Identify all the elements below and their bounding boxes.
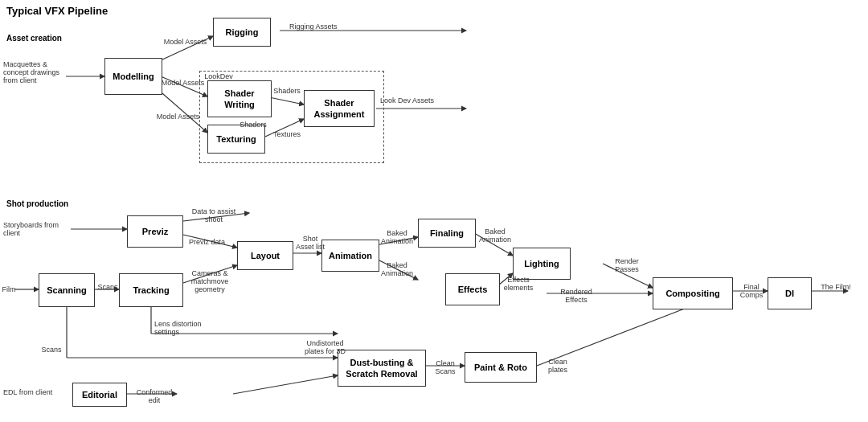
label-textures: Textures [272, 130, 302, 138]
label-baked-anim3: Baked Animation [478, 227, 512, 244]
label-storyboards: Storyboards from client [3, 221, 69, 237]
label-look-dev-assets: Look Dev Assets [380, 96, 444, 104]
label-data-to-assist: Data to assist shoot [186, 207, 241, 223]
diagram-container: Typical VFX Pipeline Asset creation Shot… [0, 0, 868, 422]
box-shader-writing: Shader Writing [207, 80, 272, 117]
label-shaders1: Shaders [272, 87, 302, 95]
label-final-comps: Final Comps [735, 283, 768, 299]
label-macquettes: Macquettes & concept drawings from clien… [3, 60, 66, 84]
box-animation: Animation [321, 240, 379, 272]
label-lens-distortion: Lens distortion settings [154, 320, 212, 336]
label-model-assets1: Model Assets [163, 38, 207, 46]
box-texturing: Texturing [207, 125, 265, 154]
label-shot-asset-list: Shot Asset list [295, 235, 326, 251]
box-layout: Layout [237, 241, 293, 270]
section-shot-production: Shot production [6, 199, 68, 208]
box-finaling: Finaling [418, 219, 476, 248]
box-di: DI [768, 277, 812, 309]
box-compositing: Compositing [653, 277, 733, 309]
box-tracking: Tracking [119, 273, 183, 307]
label-baked-anim2: Baked Animation [378, 261, 416, 277]
svg-line-28 [537, 305, 693, 366]
label-cameras: Cameras & matchmove geometry [185, 269, 235, 293]
label-render-passes: Render Passes [608, 257, 646, 273]
box-paint-roto: Paint & Roto [465, 352, 537, 383]
box-lighting: Lighting [513, 248, 571, 280]
label-model-assets3: Model Assets [156, 113, 200, 121]
box-scanning: Scanning [39, 273, 95, 307]
label-film: Film [2, 285, 16, 293]
label-scans2: Scans [40, 346, 63, 354]
label-shaders2: Shaders [238, 121, 268, 129]
label-model-assets2: Model Assets [161, 79, 205, 87]
label-scans: Scans [96, 283, 119, 291]
label-rendered-effects: Rendered Effects [553, 288, 600, 304]
box-editorial: Editorial [72, 383, 127, 407]
label-clean-plates: Clean plates [538, 358, 577, 374]
label-edl-from-client: EDL from client [3, 388, 68, 396]
label-the-film: The Film! [816, 283, 856, 291]
label-conformed-edit: Conformed edit [131, 388, 178, 404]
label-rigging-assets: Rigging Assets [289, 23, 354, 31]
page-title: Typical VFX Pipeline [6, 5, 108, 17]
label-undistorted-plates: Undistorted plates for 3D [299, 339, 351, 355]
box-shader-assignment: Shader Assignment [304, 90, 375, 127]
label-previz-data: Previz data [185, 238, 229, 246]
label-clean-scans: Clean Scans [428, 359, 462, 375]
svg-line-30 [233, 375, 338, 394]
label-lookdev: LookDev [203, 72, 235, 80]
box-rigging: Rigging [213, 18, 271, 47]
box-effects: Effects [445, 273, 500, 305]
label-baked-anim1: Baked Animation [378, 229, 416, 245]
box-modelling: Modelling [104, 58, 162, 95]
section-asset-creation: Asset creation [6, 34, 62, 43]
label-effects-elements: Effects elements [502, 276, 535, 292]
box-previz: Previz [127, 215, 183, 248]
